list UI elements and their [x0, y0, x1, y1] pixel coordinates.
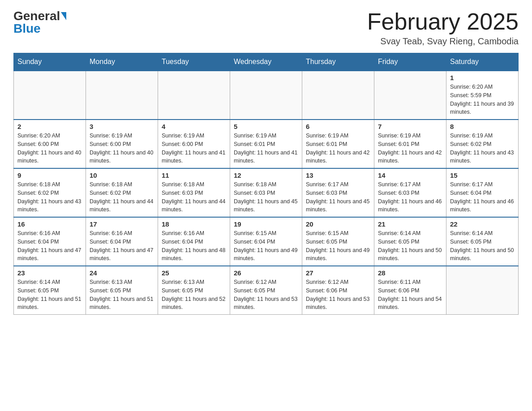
calendar-cell: 15Sunrise: 6:17 AMSunset: 6:04 PMDayligh… — [446, 168, 519, 217]
month-title: February 2025 — [367, 9, 519, 34]
calendar-week-row: 1Sunrise: 6:20 AMSunset: 5:59 PMDaylight… — [14, 71, 519, 120]
calendar-header-row: SundayMondayTuesdayWednesdayThursdayFrid… — [14, 53, 519, 71]
day-number: 4 — [162, 123, 226, 130]
calendar-cell: 22Sunrise: 6:14 AMSunset: 6:05 PMDayligh… — [446, 217, 519, 266]
calendar-header-tuesday: Tuesday — [158, 53, 230, 71]
calendar-header-monday: Monday — [86, 53, 158, 71]
calendar-cell: 5Sunrise: 6:19 AMSunset: 6:01 PMDaylight… — [230, 120, 302, 168]
day-number: 17 — [90, 220, 154, 228]
day-info: Sunrise: 6:12 AMSunset: 6:05 PMDaylight:… — [234, 278, 298, 312]
calendar-week-row: 23Sunrise: 6:14 AMSunset: 6:05 PMDayligh… — [14, 266, 519, 315]
calendar-cell: 17Sunrise: 6:16 AMSunset: 6:04 PMDayligh… — [86, 217, 158, 266]
day-number: 12 — [234, 171, 298, 179]
calendar-cell: 25Sunrise: 6:13 AMSunset: 6:05 PMDayligh… — [158, 266, 230, 315]
day-info: Sunrise: 6:16 AMSunset: 6:04 PMDaylight:… — [90, 229, 154, 263]
calendar-cell: 6Sunrise: 6:19 AMSunset: 6:01 PMDaylight… — [302, 120, 374, 168]
calendar-cell: 8Sunrise: 6:19 AMSunset: 6:02 PMDaylight… — [446, 120, 519, 168]
day-info: Sunrise: 6:19 AMSunset: 6:01 PMDaylight:… — [306, 132, 370, 165]
day-info: Sunrise: 6:17 AMSunset: 6:03 PMDaylight:… — [378, 180, 442, 214]
calendar-cell — [374, 71, 446, 120]
day-number: 27 — [306, 269, 370, 277]
day-info: Sunrise: 6:19 AMSunset: 6:02 PMDaylight:… — [450, 132, 515, 165]
calendar-cell: 2Sunrise: 6:20 AMSunset: 6:00 PMDaylight… — [14, 120, 86, 168]
day-number: 18 — [162, 220, 226, 228]
day-info: Sunrise: 6:14 AMSunset: 6:05 PMDaylight:… — [450, 229, 515, 263]
calendar-table: SundayMondayTuesdayWednesdayThursdayFrid… — [13, 53, 519, 315]
calendar-cell: 13Sunrise: 6:17 AMSunset: 6:03 PMDayligh… — [302, 168, 374, 217]
day-info: Sunrise: 6:14 AMSunset: 6:05 PMDaylight:… — [17, 278, 82, 312]
calendar-cell: 14Sunrise: 6:17 AMSunset: 6:03 PMDayligh… — [374, 168, 446, 217]
calendar-cell: 18Sunrise: 6:16 AMSunset: 6:04 PMDayligh… — [158, 217, 230, 266]
day-number: 15 — [450, 171, 515, 179]
logo-arrow-icon — [61, 12, 66, 20]
calendar-cell: 7Sunrise: 6:19 AMSunset: 6:01 PMDaylight… — [374, 120, 446, 168]
logo-blue-text: Blue — [13, 21, 41, 35]
calendar-header-wednesday: Wednesday — [230, 53, 302, 71]
calendar-cell — [230, 71, 302, 120]
calendar-cell: 12Sunrise: 6:18 AMSunset: 6:03 PMDayligh… — [230, 168, 302, 217]
day-number: 11 — [162, 171, 226, 179]
day-number: 16 — [17, 220, 82, 228]
calendar-cell: 23Sunrise: 6:14 AMSunset: 6:05 PMDayligh… — [14, 266, 86, 315]
day-info: Sunrise: 6:19 AMSunset: 6:00 PMDaylight:… — [90, 132, 154, 165]
day-number: 24 — [90, 269, 154, 277]
day-info: Sunrise: 6:19 AMSunset: 6:00 PMDaylight:… — [162, 132, 226, 165]
day-number: 14 — [378, 171, 442, 179]
calendar-cell: 9Sunrise: 6:18 AMSunset: 6:02 PMDaylight… — [14, 168, 86, 217]
day-number: 21 — [378, 220, 442, 228]
day-number: 9 — [17, 171, 82, 179]
calendar-cell: 27Sunrise: 6:12 AMSunset: 6:06 PMDayligh… — [302, 266, 374, 315]
day-info: Sunrise: 6:19 AMSunset: 6:01 PMDaylight:… — [378, 132, 442, 165]
calendar-header-thursday: Thursday — [302, 53, 374, 71]
calendar-header-friday: Friday — [374, 53, 446, 71]
day-info: Sunrise: 6:20 AMSunset: 6:00 PMDaylight:… — [17, 132, 82, 165]
day-info: Sunrise: 6:17 AMSunset: 6:04 PMDaylight:… — [450, 180, 515, 214]
day-info: Sunrise: 6:16 AMSunset: 6:04 PMDaylight:… — [162, 229, 226, 263]
calendar-cell: 16Sunrise: 6:16 AMSunset: 6:04 PMDayligh… — [14, 217, 86, 266]
day-number: 5 — [234, 123, 298, 130]
day-info: Sunrise: 6:15 AMSunset: 6:05 PMDaylight:… — [306, 229, 370, 263]
day-number: 20 — [306, 220, 370, 228]
day-number: 28 — [378, 269, 442, 277]
calendar-cell — [158, 71, 230, 120]
day-info: Sunrise: 6:19 AMSunset: 6:01 PMDaylight:… — [234, 132, 298, 165]
day-number: 10 — [90, 171, 154, 179]
day-number: 25 — [162, 269, 226, 277]
calendar-header-sunday: Sunday — [14, 53, 86, 71]
day-number: 3 — [90, 123, 154, 130]
calendar-week-row: 9Sunrise: 6:18 AMSunset: 6:02 PMDaylight… — [14, 168, 519, 217]
calendar-cell: 19Sunrise: 6:15 AMSunset: 6:04 PMDayligh… — [230, 217, 302, 266]
calendar-week-row: 16Sunrise: 6:16 AMSunset: 6:04 PMDayligh… — [14, 217, 519, 266]
calendar-cell: 1Sunrise: 6:20 AMSunset: 5:59 PMDaylight… — [446, 71, 519, 120]
day-number: 23 — [17, 269, 82, 277]
day-number: 6 — [306, 123, 370, 130]
day-info: Sunrise: 6:12 AMSunset: 6:06 PMDaylight:… — [306, 278, 370, 312]
day-info: Sunrise: 6:13 AMSunset: 6:05 PMDaylight:… — [162, 278, 226, 312]
day-number: 8 — [450, 123, 515, 130]
calendar-cell: 20Sunrise: 6:15 AMSunset: 6:05 PMDayligh… — [302, 217, 374, 266]
calendar-cell: 26Sunrise: 6:12 AMSunset: 6:05 PMDayligh… — [230, 266, 302, 315]
calendar-cell: 28Sunrise: 6:11 AMSunset: 6:06 PMDayligh… — [374, 266, 446, 315]
logo: General Blue — [13, 9, 67, 36]
day-number: 22 — [450, 220, 515, 228]
page-header: General Blue February 2025 Svay Teab, Sv… — [13, 9, 519, 47]
calendar-cell — [446, 266, 519, 315]
day-info: Sunrise: 6:18 AMSunset: 6:02 PMDaylight:… — [90, 180, 154, 214]
day-info: Sunrise: 6:15 AMSunset: 6:04 PMDaylight:… — [234, 229, 298, 263]
calendar-cell — [86, 71, 158, 120]
day-info: Sunrise: 6:18 AMSunset: 6:03 PMDaylight:… — [162, 180, 226, 214]
day-info: Sunrise: 6:20 AMSunset: 5:59 PMDaylight:… — [450, 83, 515, 116]
calendar-cell: 21Sunrise: 6:14 AMSunset: 6:05 PMDayligh… — [374, 217, 446, 266]
calendar-cell — [14, 71, 86, 120]
day-info: Sunrise: 6:13 AMSunset: 6:05 PMDaylight:… — [90, 278, 154, 312]
day-number: 1 — [450, 74, 515, 81]
day-info: Sunrise: 6:18 AMSunset: 6:02 PMDaylight:… — [17, 180, 82, 214]
calendar-cell: 4Sunrise: 6:19 AMSunset: 6:00 PMDaylight… — [158, 120, 230, 168]
day-info: Sunrise: 6:11 AMSunset: 6:06 PMDaylight:… — [378, 278, 442, 312]
calendar-week-row: 2Sunrise: 6:20 AMSunset: 6:00 PMDaylight… — [14, 120, 519, 168]
day-number: 13 — [306, 171, 370, 179]
day-info: Sunrise: 6:18 AMSunset: 6:03 PMDaylight:… — [234, 180, 298, 214]
calendar-cell: 24Sunrise: 6:13 AMSunset: 6:05 PMDayligh… — [86, 266, 158, 315]
day-number: 19 — [234, 220, 298, 228]
calendar-cell: 10Sunrise: 6:18 AMSunset: 6:02 PMDayligh… — [86, 168, 158, 217]
